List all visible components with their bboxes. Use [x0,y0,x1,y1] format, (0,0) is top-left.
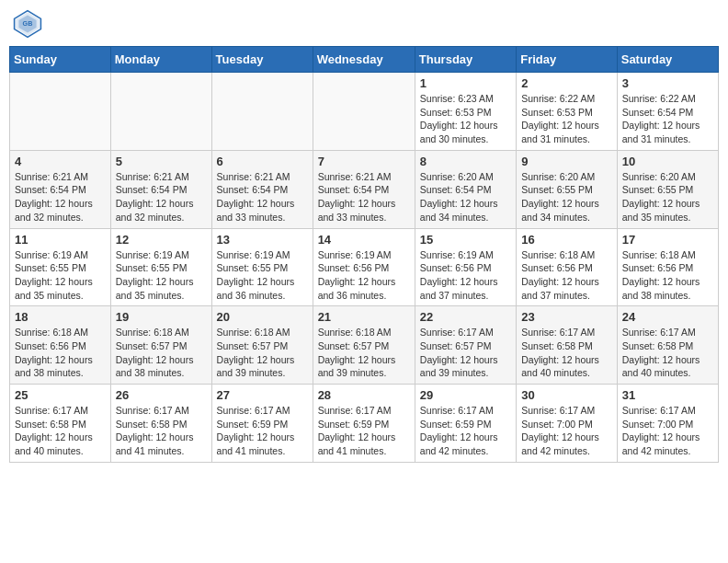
day-info: Sunrise: 6:20 AM Sunset: 6:54 PM Dayligh… [420,170,511,224]
day-info: Sunrise: 6:17 AM Sunset: 6:58 PM Dayligh… [521,326,612,380]
day-info: Sunrise: 6:19 AM Sunset: 6:56 PM Dayligh… [318,248,410,303]
calendar-cell: 16Sunrise: 6:18 AM Sunset: 6:56 PM Dayli… [517,228,618,306]
calendar-cell: 30Sunrise: 6:17 AM Sunset: 7:00 PM Dayli… [517,385,618,463]
day-info: Sunrise: 6:22 AM Sunset: 6:54 PM Dayligh… [622,92,713,146]
calendar-week-4: 18Sunrise: 6:18 AM Sunset: 6:56 PM Dayli… [10,306,719,385]
weekday-header-monday: Monday [110,47,211,73]
day-number: 24 [622,310,713,324]
calendar-week-1: 1Sunrise: 6:23 AM Sunset: 6:53 PM Daylig… [10,73,719,151]
day-number: 29 [420,388,511,402]
calendar-cell: 14Sunrise: 6:19 AM Sunset: 6:56 PM Dayli… [313,228,415,306]
day-number: 5 [116,155,207,168]
day-info: Sunrise: 6:22 AM Sunset: 6:53 PM Dayligh… [521,92,612,146]
calendar-cell [211,73,313,151]
calendar-cell: 24Sunrise: 6:17 AM Sunset: 6:58 PM Dayli… [617,306,718,385]
day-number: 10 [622,155,713,168]
calendar-cell: 21Sunrise: 6:18 AM Sunset: 6:57 PM Dayli… [313,306,415,385]
calendar-cell [10,73,111,151]
day-number: 25 [15,388,106,402]
day-info: Sunrise: 6:23 AM Sunset: 6:53 PM Dayligh… [420,92,511,146]
day-number: 23 [521,310,612,324]
day-info: Sunrise: 6:19 AM Sunset: 6:55 PM Dayligh… [15,248,106,303]
calendar-week-5: 25Sunrise: 6:17 AM Sunset: 6:58 PM Dayli… [10,385,719,463]
day-info: Sunrise: 6:18 AM Sunset: 6:56 PM Dayligh… [15,326,106,380]
calendar-cell: 17Sunrise: 6:18 AM Sunset: 6:56 PM Dayli… [617,228,718,306]
calendar-cell: 13Sunrise: 6:19 AM Sunset: 6:55 PM Dayli… [211,228,313,306]
calendar-cell: 26Sunrise: 6:17 AM Sunset: 6:58 PM Dayli… [110,385,211,463]
calendar-table: SundayMondayTuesdayWednesdayThursdayFrid… [9,46,719,463]
weekday-header-friday: Friday [517,47,618,73]
weekday-header-sunday: Sunday [10,47,111,73]
calendar-body: 1Sunrise: 6:23 AM Sunset: 6:53 PM Daylig… [10,73,719,463]
day-info: Sunrise: 6:17 AM Sunset: 6:58 PM Dayligh… [116,404,207,458]
day-info: Sunrise: 6:17 AM Sunset: 6:59 PM Dayligh… [318,404,410,458]
calendar-cell: 29Sunrise: 6:17 AM Sunset: 6:59 PM Dayli… [415,385,516,463]
day-number: 4 [15,155,106,168]
calendar-cell: 2Sunrise: 6:22 AM Sunset: 6:53 PM Daylig… [517,73,618,151]
logo-icon: GB [13,9,42,39]
calendar-cell: 6Sunrise: 6:21 AM Sunset: 6:54 PM Daylig… [211,150,313,228]
day-number: 20 [217,310,308,324]
day-number: 30 [521,388,612,402]
weekday-header-thursday: Thursday [415,47,516,73]
page-header: GB [9,9,719,39]
day-number: 27 [217,388,308,402]
day-number: 13 [217,233,308,247]
calendar-cell: 19Sunrise: 6:18 AM Sunset: 6:57 PM Dayli… [110,306,211,385]
day-info: Sunrise: 6:17 AM Sunset: 7:00 PM Dayligh… [622,404,713,458]
day-info: Sunrise: 6:21 AM Sunset: 6:54 PM Dayligh… [116,170,207,224]
calendar-header: SundayMondayTuesdayWednesdayThursdayFrid… [10,47,719,73]
day-info: Sunrise: 6:17 AM Sunset: 6:59 PM Dayligh… [420,404,511,458]
calendar-cell: 25Sunrise: 6:17 AM Sunset: 6:58 PM Dayli… [10,385,111,463]
day-info: Sunrise: 6:20 AM Sunset: 6:55 PM Dayligh… [521,170,612,224]
calendar-cell: 15Sunrise: 6:19 AM Sunset: 6:56 PM Dayli… [415,228,516,306]
day-info: Sunrise: 6:21 AM Sunset: 6:54 PM Dayligh… [217,170,308,224]
day-info: Sunrise: 6:17 AM Sunset: 6:59 PM Dayligh… [217,404,308,458]
calendar-week-3: 11Sunrise: 6:19 AM Sunset: 6:55 PM Dayli… [10,228,719,306]
day-info: Sunrise: 6:18 AM Sunset: 6:57 PM Dayligh… [318,326,410,380]
day-number: 3 [622,76,713,90]
calendar-cell [110,73,211,151]
day-number: 28 [318,388,410,402]
weekday-header-tuesday: Tuesday [211,47,313,73]
day-info: Sunrise: 6:21 AM Sunset: 6:54 PM Dayligh… [15,170,106,224]
calendar-cell: 27Sunrise: 6:17 AM Sunset: 6:59 PM Dayli… [211,385,313,463]
calendar-cell: 20Sunrise: 6:18 AM Sunset: 6:57 PM Dayli… [211,306,313,385]
day-info: Sunrise: 6:17 AM Sunset: 6:58 PM Dayligh… [622,326,713,380]
calendar-cell: 23Sunrise: 6:17 AM Sunset: 6:58 PM Dayli… [517,306,618,385]
weekday-header-saturday: Saturday [617,47,718,73]
day-info: Sunrise: 6:21 AM Sunset: 6:54 PM Dayligh… [318,170,410,224]
day-number: 6 [217,155,308,168]
calendar-cell: 10Sunrise: 6:20 AM Sunset: 6:55 PM Dayli… [617,150,718,228]
day-info: Sunrise: 6:18 AM Sunset: 6:57 PM Dayligh… [116,326,207,380]
day-info: Sunrise: 6:18 AM Sunset: 6:56 PM Dayligh… [622,248,713,303]
calendar-cell: 9Sunrise: 6:20 AM Sunset: 6:55 PM Daylig… [517,150,618,228]
day-number: 14 [318,233,410,247]
day-number: 12 [116,233,207,247]
calendar-cell: 28Sunrise: 6:17 AM Sunset: 6:59 PM Dayli… [313,385,415,463]
day-number: 17 [622,233,713,247]
calendar-cell [313,73,415,151]
day-info: Sunrise: 6:19 AM Sunset: 6:55 PM Dayligh… [116,248,207,303]
calendar-cell: 8Sunrise: 6:20 AM Sunset: 6:54 PM Daylig… [415,150,516,228]
day-number: 21 [318,310,410,324]
day-info: Sunrise: 6:17 AM Sunset: 6:57 PM Dayligh… [420,326,511,380]
day-number: 31 [622,388,713,402]
day-info: Sunrise: 6:17 AM Sunset: 6:58 PM Dayligh… [15,404,106,458]
calendar-cell: 11Sunrise: 6:19 AM Sunset: 6:55 PM Dayli… [10,228,111,306]
day-number: 1 [420,76,511,90]
day-number: 11 [15,233,106,247]
day-number: 26 [116,388,207,402]
day-number: 18 [15,310,106,324]
day-info: Sunrise: 6:19 AM Sunset: 6:55 PM Dayligh… [217,248,308,303]
day-info: Sunrise: 6:17 AM Sunset: 7:00 PM Dayligh… [521,404,612,458]
day-number: 16 [521,233,612,247]
day-number: 7 [318,155,410,168]
day-info: Sunrise: 6:18 AM Sunset: 6:57 PM Dayligh… [217,326,308,380]
weekday-header-wednesday: Wednesday [313,47,415,73]
weekday-header-row: SundayMondayTuesdayWednesdayThursdayFrid… [10,47,719,73]
calendar-cell: 22Sunrise: 6:17 AM Sunset: 6:57 PM Dayli… [415,306,516,385]
day-number: 19 [116,310,207,324]
calendar-week-2: 4Sunrise: 6:21 AM Sunset: 6:54 PM Daylig… [10,150,719,228]
calendar-cell: 18Sunrise: 6:18 AM Sunset: 6:56 PM Dayli… [10,306,111,385]
